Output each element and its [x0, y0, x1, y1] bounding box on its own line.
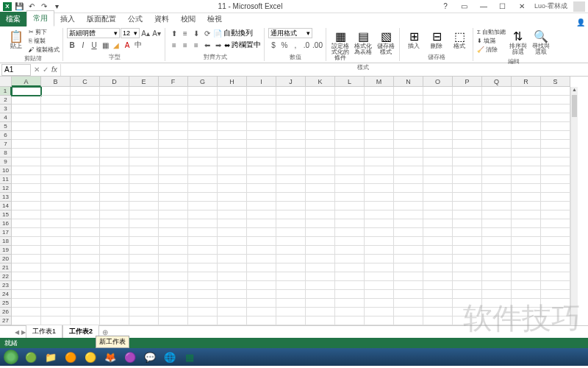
column-header[interactable]: C: [71, 77, 100, 87]
cell[interactable]: [482, 131, 512, 140]
cell[interactable]: [100, 166, 129, 175]
cell[interactable]: [71, 166, 100, 175]
cell[interactable]: [100, 140, 129, 149]
cell[interactable]: [541, 316, 570, 325]
underline-button[interactable]: U: [89, 40, 99, 50]
cell[interactable]: [12, 272, 41, 281]
cell[interactable]: [541, 122, 570, 131]
cell[interactable]: [482, 105, 512, 113]
cell[interactable]: [247, 96, 276, 105]
cell[interactable]: [71, 140, 100, 149]
cell[interactable]: [482, 308, 512, 316]
cell[interactable]: [218, 255, 247, 263]
column-header[interactable]: I: [247, 77, 276, 87]
cell[interactable]: [218, 308, 247, 316]
new-sheet-button[interactable]: ⊕: [99, 328, 111, 336]
cell[interactable]: [218, 210, 247, 219]
cell[interactable]: [541, 158, 570, 166]
cell[interactable]: [394, 193, 423, 202]
cell[interactable]: [159, 299, 188, 308]
comma-button[interactable]: ,: [290, 40, 301, 50]
cell[interactable]: [482, 175, 512, 184]
cell[interactable]: [365, 316, 394, 325]
row-header[interactable]: 21: [0, 263, 12, 272]
cell[interactable]: [12, 299, 41, 308]
cut-button[interactable]: ✂ 剪下: [29, 28, 60, 36]
cell[interactable]: [306, 290, 335, 299]
cell[interactable]: [394, 175, 423, 184]
cell[interactable]: [394, 228, 423, 237]
tab-formulas[interactable]: 公式: [122, 12, 148, 26]
cell[interactable]: [365, 308, 394, 316]
cell[interactable]: [247, 175, 276, 184]
column-header[interactable]: K: [306, 77, 335, 87]
cell[interactable]: [12, 281, 41, 290]
cell[interactable]: [423, 87, 453, 96]
scroll-thumb[interactable]: [572, 95, 577, 117]
cell[interactable]: [335, 140, 365, 149]
cell[interactable]: [188, 308, 218, 316]
font-color-button[interactable]: A: [122, 40, 132, 50]
cell[interactable]: [541, 105, 570, 113]
cell[interactable]: [541, 281, 570, 290]
cell[interactable]: [12, 202, 41, 210]
cell[interactable]: [100, 210, 129, 219]
cell[interactable]: [453, 290, 482, 299]
cell[interactable]: [218, 175, 247, 184]
cell[interactable]: [423, 113, 453, 122]
cell[interactable]: [512, 290, 541, 299]
cell[interactable]: [247, 237, 276, 246]
cell[interactable]: [188, 87, 218, 96]
column-header[interactable]: M: [365, 77, 394, 87]
cell[interactable]: [394, 149, 423, 158]
cell[interactable]: [276, 299, 306, 308]
cell[interactable]: [129, 281, 159, 290]
cell[interactable]: [541, 308, 570, 316]
cell[interactable]: [335, 193, 365, 202]
tab-home[interactable]: 常用: [26, 10, 54, 26]
cell[interactable]: [276, 237, 306, 246]
cell[interactable]: [12, 237, 41, 246]
row-header[interactable]: 18: [0, 237, 12, 246]
cell[interactable]: [71, 175, 100, 184]
cell[interactable]: [541, 175, 570, 184]
cell[interactable]: [306, 210, 335, 219]
cell[interactable]: [100, 87, 129, 96]
cell[interactable]: [247, 149, 276, 158]
maximize-button[interactable]: ☐: [496, 2, 509, 10]
cell[interactable]: [394, 290, 423, 299]
cell[interactable]: [218, 122, 247, 131]
cell[interactable]: [247, 246, 276, 255]
cell[interactable]: [71, 272, 100, 281]
cell[interactable]: [482, 96, 512, 105]
cell[interactable]: [247, 219, 276, 228]
cell[interactable]: [218, 166, 247, 175]
cell[interactable]: [335, 105, 365, 113]
row-header[interactable]: 7: [0, 140, 12, 149]
cell[interactable]: [512, 122, 541, 131]
cell[interactable]: [159, 228, 188, 237]
row-header[interactable]: 9: [0, 158, 12, 166]
cell[interactable]: [512, 219, 541, 228]
indent-dec-button[interactable]: ⬅: [202, 40, 212, 50]
cell-styles-button[interactable]: ▧儲存格樣式: [376, 28, 396, 57]
cell[interactable]: [423, 96, 453, 105]
cell[interactable]: [100, 113, 129, 122]
cell[interactable]: [100, 131, 129, 140]
row-header[interactable]: 25: [0, 299, 12, 308]
cell[interactable]: [482, 272, 512, 281]
cell[interactable]: [394, 87, 423, 96]
cell[interactable]: [247, 290, 276, 299]
cell[interactable]: [365, 140, 394, 149]
start-button[interactable]: [1, 350, 21, 364]
cell[interactable]: [247, 210, 276, 219]
cell[interactable]: [247, 316, 276, 325]
row-header[interactable]: 1: [0, 87, 12, 96]
row-header[interactable]: 17: [0, 228, 12, 237]
cell[interactable]: [218, 193, 247, 202]
cell[interactable]: [188, 228, 218, 237]
cell[interactable]: [394, 166, 423, 175]
tab-file[interactable]: 檔案: [0, 12, 26, 26]
cell[interactable]: [218, 272, 247, 281]
cell[interactable]: [512, 149, 541, 158]
